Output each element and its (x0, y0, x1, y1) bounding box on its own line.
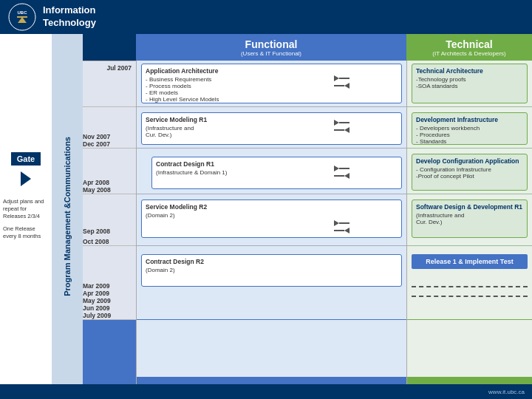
technical-area: Technical Architecture -Technology proof… (406, 61, 532, 399)
service-r2-title: Service Modeling R2 (146, 203, 398, 211)
service-r1-title: Service Modeling R1 (146, 116, 398, 123)
ubc-logo: UBC (7, 2, 37, 32)
release1-label: Release 1 & Implement Test (415, 258, 524, 265)
dashed-arrow-1 (412, 286, 528, 287)
logo-area: UBC Information Technology (7, 2, 96, 32)
tech-arch-line1: -Technology proofs (416, 76, 523, 83)
timeline-header (83, 34, 136, 61)
service-r2-box: Service Modeling R2 (Domain 2) (141, 200, 402, 238)
app-arch-line3: - ER models (146, 89, 398, 96)
technical-title: Technical (446, 38, 493, 50)
timeline-sep2008: Sep 2008 Oct 2008 (83, 194, 136, 245)
grid-wrapper: Functional (Users & IT Functional) Techn… (83, 34, 532, 399)
contract-r2-box: Contract Design R2 (Domain 2) (141, 254, 402, 287)
column-headers: Functional (Users & IT Functional) Techn… (83, 34, 532, 61)
app-arch-box: Application Architecture - Business Requ… (141, 64, 402, 103)
app-arch-line2: - Process models (146, 83, 398, 89)
contract-r1-title: Contract Design R1 (156, 160, 398, 168)
gate-arrow-icon (21, 171, 31, 186)
timeline-jul2007: Jul 2007 (83, 61, 136, 106)
technical-subtitle: (IT Architects & Developers) (432, 50, 505, 57)
timeline-apr2008: Apr 2008 May 2008 (83, 148, 136, 194)
contract-r1-box: Contract Design R1 (Infrastructure & Dom… (151, 157, 402, 189)
gate-label: Gate (11, 152, 41, 166)
svg-rect-3 (17, 16, 27, 18)
dev-config-line1: - Configuration Infrastructure (416, 166, 523, 173)
contract-r2-line1: (Domain 2) (146, 267, 398, 273)
app-arch-line4: - High Level Service Models (146, 96, 398, 103)
app-arch-line1: - Business Requirements (146, 76, 398, 83)
timeline-mar2009: Mar 2009 Apr 2009 May 2009 Jun 2009 July… (83, 245, 136, 319)
gate-area: Gate Adjust plans and repeat for Release… (0, 34, 52, 243)
dev-infra-line1: - Developers workbench (416, 125, 523, 132)
tech-arch-box: Technical Architecture -Technology proof… (412, 64, 528, 103)
adjust-note: Adjust plans and repeat for Releases 2/3… (3, 198, 49, 219)
dashed-arrow-2 (412, 296, 528, 297)
dev-infra-line3: - Standards (416, 138, 523, 145)
functional-subtitle: (Users & IT Functional) (241, 50, 301, 57)
dev-infra-title: Development Infrastructure (416, 116, 523, 123)
dev-infra-box: Development Infrastructure - Developers … (412, 112, 528, 145)
app-arch-title: Application Architecture (146, 67, 398, 75)
service-r1-line2: Cur. Dev.) (146, 132, 398, 138)
functional-title: Functional (245, 38, 298, 50)
svg-text:UBC: UBC (18, 10, 28, 15)
grid-body: Jul 2007 Nov 2007 Dec 2007 Apr 2008 May … (83, 61, 532, 399)
left-sidebar: Gate Adjust plans and repeat for Release… (0, 34, 52, 399)
program-label: Program Management &Communications (63, 137, 72, 296)
software-r1-line1: (Infrastructure and (416, 212, 523, 219)
notes-area: Adjust plans and repeat for Releases 2/3… (0, 195, 52, 243)
software-r1-line2: Cur. Dev.) (416, 219, 523, 225)
logo-text: Information Technology (43, 4, 96, 30)
timeline-nov2007: Nov 2007 Dec 2007 (83, 106, 136, 148)
header: UBC Information Technology (0, 0, 532, 34)
release-note: One Release every 8 months (3, 225, 49, 240)
dev-config-box: Develop Configuration Application - Conf… (412, 154, 528, 191)
dev-config-title: Develop Configuration Application (416, 157, 523, 165)
functional-header: Functional (Users & IT Functional) (136, 34, 406, 61)
software-r1-box: Software Design & Development R1 (Infras… (412, 200, 528, 238)
tech-arch-line2: -SOA standards (416, 83, 523, 89)
contract-r2-title: Contract Design R2 (146, 258, 398, 265)
dev-infra-line2: - Procedures (416, 132, 523, 138)
footer-url: www.it.ubc.ca (488, 389, 525, 395)
software-r1-title: Software Design & Development R1 (416, 203, 523, 211)
footer: www.it.ubc.ca (0, 384, 532, 399)
functional-area: Application Architecture - Business Requ… (136, 61, 406, 399)
timeline-column: Jul 2007 Nov 2007 Dec 2007 Apr 2008 May … (83, 61, 136, 399)
service-r1-line1: (Infrastructure and (146, 125, 398, 132)
tech-arch-title: Technical Architecture (416, 67, 523, 75)
technical-header: Technical (IT Architects & Developers) (406, 34, 532, 61)
release1-banner: Release 1 & Implement Test (412, 254, 528, 269)
contract-r1-line1: (Infrastructure & Domain 1) (156, 169, 398, 176)
service-r2-line1: (Domain 2) (146, 212, 398, 219)
dev-config-line2: -Proof of concept Pilot (416, 173, 523, 180)
program-column: Program Management &Communications (52, 34, 83, 399)
service-r1-box: Service Modeling R1 (Infrastructure and … (141, 112, 402, 145)
